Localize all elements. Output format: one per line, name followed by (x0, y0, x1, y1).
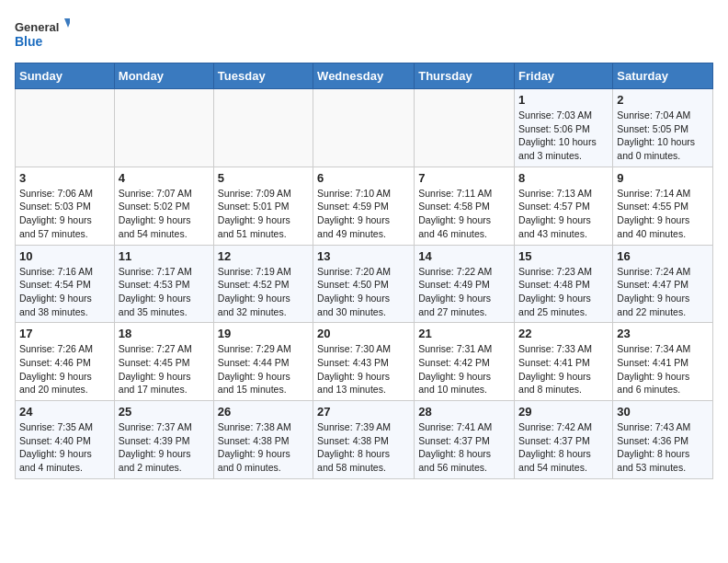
day-info: Sunrise: 7:14 AM Sunset: 4:55 PM Dayligh… (617, 187, 709, 241)
day-number: 15 (518, 249, 609, 263)
page-header: General Blue (15, 15, 713, 55)
day-info: Sunrise: 7:26 AM Sunset: 4:46 PM Dayligh… (19, 342, 110, 396)
day-number: 24 (19, 405, 110, 419)
svg-text:General: General (15, 20, 59, 34)
weekday-header-sunday: Sunday (16, 63, 115, 89)
weekday-header-thursday: Thursday (415, 63, 515, 89)
day-number: 28 (418, 405, 510, 419)
day-info: Sunrise: 7:35 AM Sunset: 4:40 PM Dayligh… (19, 420, 110, 475)
day-info: Sunrise: 7:30 AM Sunset: 4:43 PM Dayligh… (317, 342, 410, 396)
calendar-day-cell: 8Sunrise: 7:13 AM Sunset: 4:57 PM Daylig… (515, 167, 613, 245)
day-number: 21 (418, 327, 510, 340)
calendar-week-row: 3Sunrise: 7:06 AM Sunset: 5:03 PM Daylig… (16, 167, 713, 245)
calendar-day-cell: 1Sunrise: 7:03 AM Sunset: 5:06 PM Daylig… (515, 89, 613, 167)
day-info: Sunrise: 7:29 AM Sunset: 4:44 PM Dayligh… (218, 342, 309, 396)
logo-svg: General Blue (15, 15, 70, 55)
day-info: Sunrise: 7:19 AM Sunset: 4:52 PM Dayligh… (218, 265, 309, 319)
calendar-day-cell: 13Sunrise: 7:20 AM Sunset: 4:50 PM Dayli… (313, 245, 415, 323)
calendar-week-row: 10Sunrise: 7:16 AM Sunset: 4:54 PM Dayli… (16, 245, 713, 323)
calendar-week-row: 17Sunrise: 7:26 AM Sunset: 4:46 PM Dayli… (16, 323, 713, 401)
day-info: Sunrise: 7:04 AM Sunset: 5:05 PM Dayligh… (617, 109, 709, 163)
day-number: 14 (418, 249, 510, 263)
day-number: 19 (218, 327, 309, 340)
calendar-body: 1Sunrise: 7:03 AM Sunset: 5:06 PM Daylig… (16, 89, 713, 479)
day-number: 26 (218, 405, 309, 419)
day-number: 11 (119, 249, 210, 263)
calendar-day-cell: 10Sunrise: 7:16 AM Sunset: 4:54 PM Dayli… (16, 245, 115, 323)
calendar-day-cell: 9Sunrise: 7:14 AM Sunset: 4:55 PM Daylig… (613, 167, 713, 245)
calendar-day-cell: 17Sunrise: 7:26 AM Sunset: 4:46 PM Dayli… (16, 323, 115, 401)
calendar-day-cell: 24Sunrise: 7:35 AM Sunset: 4:40 PM Dayli… (16, 401, 115, 479)
calendar-day-cell: 22Sunrise: 7:33 AM Sunset: 4:41 PM Dayli… (515, 323, 613, 401)
day-info: Sunrise: 7:34 AM Sunset: 4:41 PM Dayligh… (617, 342, 709, 396)
day-info: Sunrise: 7:41 AM Sunset: 4:37 PM Dayligh… (418, 420, 510, 475)
logo: General Blue (15, 15, 70, 55)
day-number: 3 (19, 171, 110, 185)
calendar-day-cell: 14Sunrise: 7:22 AM Sunset: 4:49 PM Dayli… (415, 245, 515, 323)
day-number: 10 (19, 249, 110, 263)
calendar-day-cell: 3Sunrise: 7:06 AM Sunset: 5:03 PM Daylig… (16, 167, 115, 245)
weekday-header-monday: Monday (114, 63, 213, 89)
day-number: 17 (19, 327, 110, 340)
calendar-day-cell: 26Sunrise: 7:38 AM Sunset: 4:38 PM Dayli… (213, 401, 313, 479)
calendar-day-cell: 2Sunrise: 7:04 AM Sunset: 5:05 PM Daylig… (613, 89, 713, 167)
calendar-day-cell: 7Sunrise: 7:11 AM Sunset: 4:58 PM Daylig… (415, 167, 515, 245)
day-info: Sunrise: 7:07 AM Sunset: 5:02 PM Dayligh… (119, 187, 210, 241)
calendar-day-cell: 20Sunrise: 7:30 AM Sunset: 4:43 PM Dayli… (313, 323, 415, 401)
day-info: Sunrise: 7:09 AM Sunset: 5:01 PM Dayligh… (218, 187, 309, 241)
calendar-day-cell (16, 89, 115, 167)
calendar-day-cell (415, 89, 515, 167)
day-number: 25 (119, 405, 210, 419)
calendar-day-cell (213, 89, 313, 167)
day-number: 12 (218, 249, 309, 263)
calendar-day-cell (114, 89, 213, 167)
day-info: Sunrise: 7:20 AM Sunset: 4:50 PM Dayligh… (317, 265, 410, 319)
weekday-header-wednesday: Wednesday (313, 63, 415, 89)
calendar-day-cell: 4Sunrise: 7:07 AM Sunset: 5:02 PM Daylig… (114, 167, 213, 245)
day-info: Sunrise: 7:10 AM Sunset: 4:59 PM Dayligh… (317, 187, 410, 241)
day-info: Sunrise: 7:17 AM Sunset: 4:53 PM Dayligh… (119, 265, 210, 319)
day-info: Sunrise: 7:11 AM Sunset: 4:58 PM Dayligh… (418, 187, 510, 241)
day-info: Sunrise: 7:43 AM Sunset: 4:36 PM Dayligh… (617, 420, 709, 475)
day-number: 18 (119, 327, 210, 340)
calendar-day-cell: 28Sunrise: 7:41 AM Sunset: 4:37 PM Dayli… (415, 401, 515, 479)
day-info: Sunrise: 7:22 AM Sunset: 4:49 PM Dayligh… (418, 265, 510, 319)
weekday-header-tuesday: Tuesday (213, 63, 313, 89)
calendar-day-cell: 18Sunrise: 7:27 AM Sunset: 4:45 PM Dayli… (114, 323, 213, 401)
day-info: Sunrise: 7:33 AM Sunset: 4:41 PM Dayligh… (518, 342, 609, 396)
day-number: 9 (617, 171, 709, 185)
day-number: 13 (317, 249, 410, 263)
calendar-day-cell: 21Sunrise: 7:31 AM Sunset: 4:42 PM Dayli… (415, 323, 515, 401)
day-number: 2 (617, 93, 709, 107)
day-info: Sunrise: 7:06 AM Sunset: 5:03 PM Dayligh… (19, 187, 110, 241)
day-info: Sunrise: 7:27 AM Sunset: 4:45 PM Dayligh… (119, 342, 210, 396)
day-info: Sunrise: 7:13 AM Sunset: 4:57 PM Dayligh… (518, 187, 609, 241)
calendar-day-cell: 11Sunrise: 7:17 AM Sunset: 4:53 PM Dayli… (114, 245, 213, 323)
calendar-day-cell: 27Sunrise: 7:39 AM Sunset: 4:38 PM Dayli… (313, 401, 415, 479)
calendar-header: SundayMondayTuesdayWednesdayThursdayFrid… (16, 63, 713, 89)
day-number: 20 (317, 327, 410, 340)
day-number: 22 (518, 327, 609, 340)
calendar-day-cell (313, 89, 415, 167)
day-number: 6 (317, 171, 410, 185)
day-number: 5 (218, 171, 309, 185)
day-info: Sunrise: 7:37 AM Sunset: 4:39 PM Dayligh… (119, 420, 210, 475)
calendar-day-cell: 12Sunrise: 7:19 AM Sunset: 4:52 PM Dayli… (213, 245, 313, 323)
svg-text:Blue: Blue (15, 34, 43, 49)
calendar-day-cell: 29Sunrise: 7:42 AM Sunset: 4:37 PM Dayli… (515, 401, 613, 479)
day-number: 23 (617, 327, 709, 340)
day-info: Sunrise: 7:03 AM Sunset: 5:06 PM Dayligh… (518, 109, 609, 163)
weekday-header-friday: Friday (515, 63, 613, 89)
day-number: 16 (617, 249, 709, 263)
calendar-week-row: 1Sunrise: 7:03 AM Sunset: 5:06 PM Daylig… (16, 89, 713, 167)
day-number: 27 (317, 405, 410, 419)
calendar-day-cell: 6Sunrise: 7:10 AM Sunset: 4:59 PM Daylig… (313, 167, 415, 245)
calendar-day-cell: 25Sunrise: 7:37 AM Sunset: 4:39 PM Dayli… (114, 401, 213, 479)
svg-marker-2 (64, 18, 70, 28)
calendar-day-cell: 16Sunrise: 7:24 AM Sunset: 4:47 PM Dayli… (613, 245, 713, 323)
calendar-day-cell: 23Sunrise: 7:34 AM Sunset: 4:41 PM Dayli… (613, 323, 713, 401)
weekday-header-row: SundayMondayTuesdayWednesdayThursdayFrid… (16, 63, 713, 89)
day-number: 7 (418, 171, 510, 185)
calendar-day-cell: 30Sunrise: 7:43 AM Sunset: 4:36 PM Dayli… (613, 401, 713, 479)
day-number: 1 (518, 93, 609, 107)
